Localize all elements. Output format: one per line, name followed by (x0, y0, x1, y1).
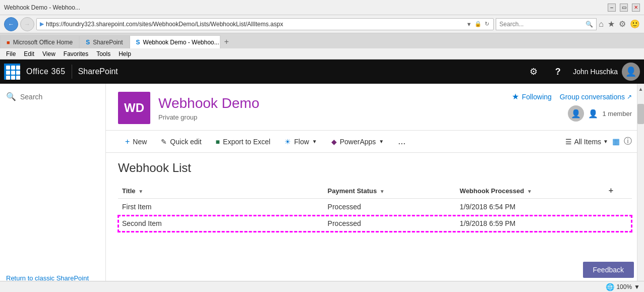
member-avatar-icon: 👤 (571, 109, 581, 119)
info-icon[interactable]: ⓘ (624, 136, 632, 147)
back-button[interactable]: ← (4, 17, 18, 31)
site-logo: WD (118, 92, 150, 124)
restore-button[interactable]: ▭ (620, 4, 628, 12)
address-dropdown[interactable]: ▼ (465, 21, 473, 27)
group-conversations-label: Group conversations (560, 93, 625, 101)
new-tab-button[interactable]: + (220, 35, 233, 48)
quick-edit-label: Quick edit (170, 138, 201, 146)
favorites-icon[interactable]: ★ (608, 19, 615, 29)
menu-bar: File Edit View Favorites Tools Help (0, 48, 644, 60)
home-icon[interactable]: ⌂ (599, 20, 604, 29)
member-avatar: 👤 (568, 105, 584, 122)
address-bar[interactable]: ▶ https://foundry323.sharepoint.com/site… (36, 18, 494, 30)
feedback-button[interactable]: Feedback (583, 262, 634, 278)
menu-view[interactable]: View (38, 48, 60, 60)
globe-icon: 🌐 (606, 283, 614, 291)
settings-button[interactable]: ⚙ (524, 63, 543, 81)
command-bar: + New ✎ Quick edit ■ Export to Excel ☀ F… (106, 131, 644, 153)
tools-icon[interactable]: ⚙ (619, 19, 626, 29)
scroll-bar[interactable]: ▲ ▼ (637, 84, 644, 292)
site-info: Webhook Demo Private group (158, 95, 259, 121)
waffle-dot (11, 66, 15, 70)
list-title: Webhook List (118, 161, 632, 175)
all-items-button[interactable]: ☰ All Items ▼ (565, 138, 608, 146)
sidebar-content (0, 105, 105, 270)
list-view-icon: ☰ (565, 138, 572, 146)
content-area: WD Webhook Demo Private group ★ Followin… (106, 84, 644, 292)
webhook-sort-icon[interactable]: ▼ (527, 189, 532, 194)
all-items-label: All Items (574, 138, 601, 146)
menu-favorites[interactable]: Favorites (60, 48, 92, 60)
title-sort-icon[interactable]: ▼ (138, 189, 143, 194)
menu-help[interactable]: Help (114, 48, 135, 60)
row-payment-cell: Processed (324, 199, 456, 215)
tab-office-label: Microsoft Office Home (13, 39, 73, 46)
tab-webhook-label: Webhook Demo - Webhoo... (143, 39, 219, 46)
list-table: Title ▼ Payment Status ▼ Webhook Process… (118, 183, 632, 232)
search-icon: 🔍 (586, 21, 593, 28)
browser-icons: ⌂ ★ ⚙ 🙂 (599, 19, 640, 29)
row-title-cell: First Item (118, 199, 324, 215)
new-button[interactable]: + New (118, 131, 154, 153)
tab-webhook-demo[interactable]: S Webhook Demo - Webhoo... ✕ (130, 35, 220, 48)
column-title-label: Title (122, 187, 136, 195)
security-icon: ▶ (40, 21, 44, 27)
payment-sort-icon[interactable]: ▼ (380, 189, 385, 194)
row-webhook-cell: 1/9/2018 6:54 PM (456, 199, 603, 215)
star-icon: ★ (512, 92, 519, 101)
browser-search-input[interactable] (499, 21, 583, 28)
sidebar-search[interactable]: 🔍 Search (0, 90, 105, 105)
more-button[interactable]: ... (391, 131, 413, 153)
command-bar-right: ☰ All Items ▼ ▦ ⓘ (565, 136, 632, 147)
export-excel-button[interactable]: ■ Export to Excel (209, 131, 278, 153)
menu-tools[interactable]: Tools (92, 48, 114, 60)
tab-office-home[interactable]: ■ Microsoft Office Home (0, 35, 79, 48)
browser-title: Webhook Demo - Webhoo... (4, 4, 80, 11)
export-label: Export to Excel (223, 138, 270, 146)
table-row-selected[interactable]: Second Item Processed 1/9/2018 6:59 PM (118, 215, 632, 232)
zoom-dropdown-icon[interactable]: ▼ (634, 283, 640, 290)
smiley-icon: 🙂 (630, 19, 640, 29)
scroll-up-button[interactable]: ▲ (637, 84, 644, 94)
refresh-button[interactable]: ↻ (484, 21, 490, 27)
help-button[interactable]: ? (549, 63, 567, 81)
minimize-button[interactable]: – (608, 4, 616, 12)
waffle-dot (6, 71, 10, 75)
flow-button[interactable]: ☀ Flow ▼ (277, 131, 324, 153)
user-area[interactable]: John Huschka 👤 (573, 63, 640, 81)
column-title: Title ▼ (118, 183, 324, 199)
ellipsis-icon: ... (398, 136, 405, 147)
waffle-dot (16, 76, 20, 80)
lock-icon: 🔒 (474, 21, 483, 27)
avatar-icon: 👤 (625, 66, 636, 77)
add-column-button[interactable]: + (607, 184, 615, 197)
following-button[interactable]: ★ Following (512, 92, 552, 101)
waffle-dot (16, 71, 20, 75)
menu-edit[interactable]: Edit (20, 48, 38, 60)
excel-icon: ■ (216, 138, 220, 146)
table-row[interactable]: First Item Processed 1/9/2018 6:54 PM (118, 199, 632, 215)
forward-button[interactable]: → (20, 17, 34, 31)
tab-sharepoint[interactable]: S SharePoint (79, 35, 129, 48)
scroll-thumb[interactable] (637, 104, 644, 124)
waffle-button[interactable] (4, 64, 20, 80)
group-conversations-button[interactable]: Group conversations ↗ (560, 93, 632, 101)
user-avatar: 👤 (622, 63, 640, 81)
browser-search-bar[interactable]: 🔍 (496, 18, 597, 30)
menu-file[interactable]: File (2, 48, 20, 60)
row-webhook-cell: 1/9/2018 6:59 PM (456, 215, 603, 232)
filter-icon[interactable]: ▦ (612, 137, 620, 146)
following-row: ★ Following Group conversations ↗ (512, 92, 632, 101)
members-row: 👤 👤 1 member (568, 105, 632, 122)
sharepoint-label: SharePoint (78, 67, 118, 76)
close-button[interactable]: ✕ (632, 4, 640, 12)
site-title: Webhook Demo (158, 95, 259, 111)
powerapps-icon: ◆ (331, 138, 337, 146)
office-favicon: ■ (7, 39, 10, 45)
main-layout: 🔍 Search Return to classic SharePoint WD… (0, 84, 644, 292)
person-icon: 👤 (588, 109, 598, 119)
quick-edit-button[interactable]: ✎ Quick edit (154, 131, 208, 153)
powerapps-button[interactable]: ◆ PowerApps ▼ (324, 131, 391, 153)
status-bar: 🌐 100% ▼ (0, 281, 644, 292)
window-controls[interactable]: – ▭ ✕ (608, 4, 640, 12)
